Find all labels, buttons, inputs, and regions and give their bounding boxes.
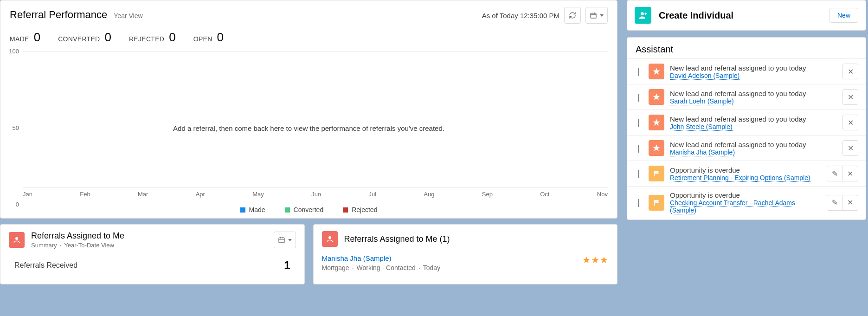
assistant-message: New lead and referral assigned to you to…	[670, 141, 837, 148]
svg-point-4	[15, 237, 18, 240]
svg-marker-12	[653, 94, 660, 100]
svg-rect-5	[279, 238, 284, 243]
expand-button[interactable]	[635, 168, 643, 179]
x-tick-label: Nov	[597, 191, 608, 198]
card-subtitle: Summary·Year-To-Date View	[31, 242, 124, 249]
summary-row-label: Referrals Received	[14, 261, 77, 270]
expand-button[interactable]	[635, 92, 643, 103]
assistant-title: Assistant	[627, 44, 866, 58]
dismiss-button[interactable]: ✕	[842, 89, 858, 105]
assistant-record-link[interactable]: David Adelson (Sample)	[670, 72, 739, 80]
close-icon: ✕	[847, 169, 853, 178]
kpi-converted: CONVERTED 0	[58, 30, 111, 45]
create-title: Create Individual	[659, 10, 733, 21]
assistant-record-link[interactable]: Manisha Jha (Sample)	[670, 148, 735, 156]
svg-marker-14	[653, 145, 660, 151]
legend-swatch	[285, 207, 290, 213]
person-icon	[635, 7, 651, 24]
create-individual-card: Create Individual New	[627, 0, 866, 31]
referral-name-link[interactable]: Manisha Jha (Sample)	[322, 254, 392, 262]
legend-item-converted: Converted	[285, 206, 324, 213]
legend-swatch	[343, 207, 348, 213]
card-title: Referrals Assigned to Me	[31, 231, 124, 241]
lead-icon	[649, 89, 664, 105]
assistant-message: Opportunity is overdue	[670, 191, 821, 199]
assistant-record-link[interactable]: John Steele (Sample)	[670, 123, 733, 131]
referral-icon	[9, 232, 25, 248]
opportunity-icon	[649, 166, 664, 181]
card-date-range-button[interactable]	[274, 232, 296, 248]
summary-row-value: 1	[284, 259, 290, 272]
assistant-record-link[interactable]: Retirement Planning - Expiring Options (…	[670, 174, 810, 182]
expand-button[interactable]	[635, 66, 643, 77]
summary-row: Referrals Received 1	[0, 252, 304, 278]
assistant-message: New lead and referral assigned to you to…	[670, 115, 837, 123]
x-tick-label: Apr	[196, 191, 205, 198]
x-tick-label: Feb	[80, 191, 90, 198]
assistant-message: Opportunity is overdue	[670, 166, 821, 174]
assistant-item: Opportunity is overdueRetirement Plannin…	[627, 161, 866, 186]
referrals-list-card: Referrals Assigned to Me (1) Manisha Jha…	[313, 224, 618, 284]
pencil-icon: ✎	[832, 169, 838, 178]
referral-icon	[322, 231, 338, 247]
svg-rect-15	[654, 171, 655, 176]
new-button[interactable]: New	[829, 8, 858, 23]
assistant-item: Opportunity is overdueChecking Account T…	[627, 186, 866, 219]
assistant-message: New lead and referral assigned to you to…	[670, 64, 837, 72]
svg-marker-13	[653, 119, 660, 126]
referral-meta: Mortgage·Working - Contacted·Today	[322, 264, 441, 271]
legend-item-made: Made	[240, 206, 265, 213]
calendar-icon	[278, 236, 285, 244]
assistant-item: New lead and referral assigned to you to…	[627, 110, 866, 135]
dismiss-button[interactable]: ✕	[842, 140, 858, 156]
referral-list-item: Manisha Jha (Sample) Mortgage·Working - …	[314, 251, 617, 277]
edit-button[interactable]: ✎	[827, 195, 842, 211]
chevron-right-icon	[638, 199, 639, 207]
chevron-right-icon	[638, 145, 639, 153]
chevron-right-icon	[638, 68, 639, 76]
dismiss-button[interactable]: ✕	[842, 64, 858, 79]
referral-performance-card: Referral Performance Year View As of Tod…	[0, 0, 617, 219]
chevron-down-icon	[288, 239, 292, 241]
calendar-icon	[590, 12, 597, 19]
legend-swatch	[240, 207, 245, 213]
assistant-item: New lead and referral assigned to you to…	[627, 58, 866, 84]
svg-point-9	[328, 236, 331, 239]
x-tick-label: Jul	[368, 191, 376, 198]
view-subtitle: Year View	[114, 12, 142, 19]
svg-point-10	[641, 12, 644, 15]
date-range-button[interactable]	[585, 7, 608, 24]
y-tick-label: 0	[0, 201, 19, 208]
dismiss-button[interactable]: ✕	[842, 166, 858, 181]
legend-item-rejected: Rejected	[343, 206, 377, 213]
assistant-record-link[interactable]: Checking Account Transfer - Rachel Adams…	[670, 199, 795, 214]
page-title: Referral Performance	[10, 9, 107, 21]
svg-rect-0	[591, 13, 596, 18]
dismiss-button[interactable]: ✕	[842, 115, 858, 130]
chevron-right-icon	[638, 170, 639, 178]
performance-chart: 100 50 0 Add a referral, then come back …	[0, 51, 617, 204]
chart-legend: Made Converted Rejected	[0, 204, 617, 218]
kpi-open: OPEN 0	[193, 30, 224, 45]
dismiss-button[interactable]: ✕	[842, 195, 858, 211]
assistant-item: New lead and referral assigned to you to…	[627, 135, 866, 161]
expand-button[interactable]	[635, 117, 643, 128]
expand-button[interactable]	[635, 143, 643, 154]
kpi-made: MADE 0	[10, 30, 40, 45]
as-of-label: As of Today 12:35:00 PM	[482, 12, 559, 19]
close-icon: ✕	[848, 67, 854, 76]
close-icon: ✕	[848, 118, 854, 127]
assistant-message: New lead and referral assigned to you to…	[670, 90, 837, 97]
assistant-record-link[interactable]: Sarah Loehr (Sample)	[670, 97, 734, 105]
expand-button[interactable]	[635, 197, 643, 208]
x-tick-label: Mar	[138, 191, 148, 198]
chevron-right-icon	[638, 94, 639, 102]
opportunity-icon	[649, 195, 664, 211]
star-rating: ★★★	[582, 254, 609, 265]
x-tick-label: Sep	[482, 191, 493, 198]
edit-button[interactable]: ✎	[827, 166, 842, 181]
chevron-down-icon	[600, 14, 604, 17]
lead-icon	[649, 64, 664, 79]
refresh-button[interactable]	[564, 7, 581, 24]
close-icon: ✕	[848, 144, 854, 153]
